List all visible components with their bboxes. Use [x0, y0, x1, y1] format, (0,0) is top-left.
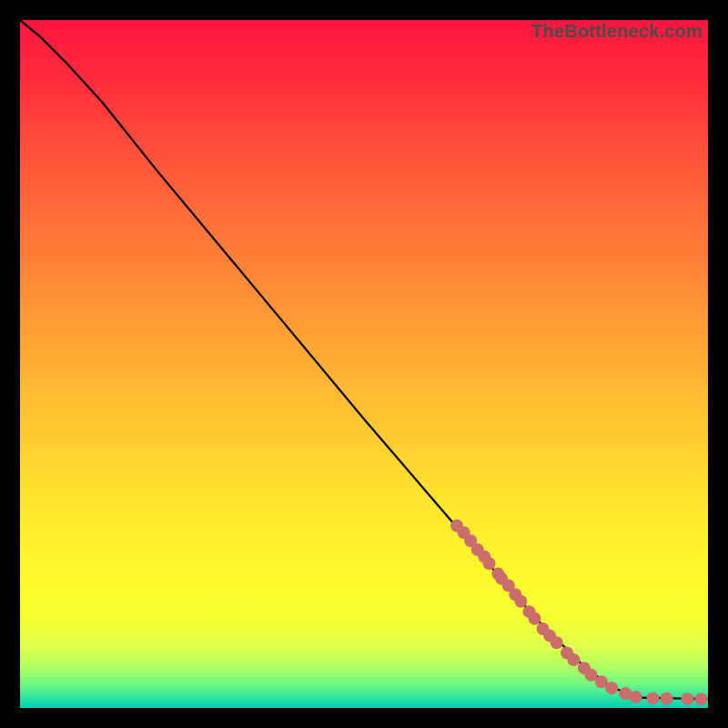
chart-frame: TheBottleneck.com	[0, 0, 728, 728]
data-point	[483, 557, 496, 570]
data-point	[528, 612, 541, 625]
data-point	[605, 682, 618, 694]
data-point	[647, 692, 660, 704]
data-point	[681, 693, 693, 705]
data-point	[568, 653, 581, 666]
data-point	[661, 693, 673, 705]
curve-line	[20, 20, 708, 699]
plot-area: TheBottleneck.com	[20, 20, 708, 708]
data-point	[514, 595, 527, 608]
chart-svg	[20, 20, 708, 708]
data-points	[450, 520, 707, 706]
data-point	[694, 693, 707, 705]
data-point	[630, 691, 642, 703]
data-point	[551, 636, 563, 649]
